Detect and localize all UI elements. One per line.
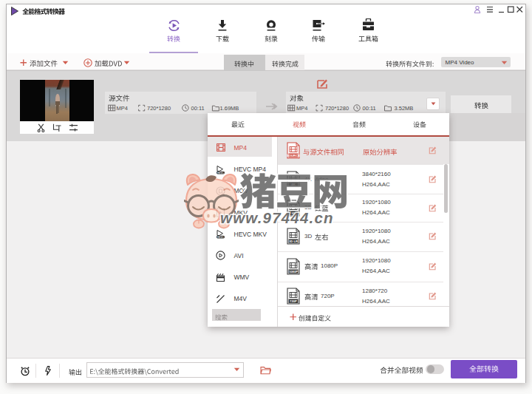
svg-text:www.97444.cn: www.97444.cn — [220, 209, 334, 226]
svg-text:3D LR: 3D LR — [289, 240, 298, 243]
svg-text:1080P: 1080P — [289, 269, 298, 273]
svg-text:SOURCE: SOURCE — [287, 154, 300, 157]
svg-text:HEVC: HEVC — [217, 236, 225, 239]
svg-text:720P: 720P — [290, 299, 297, 303]
